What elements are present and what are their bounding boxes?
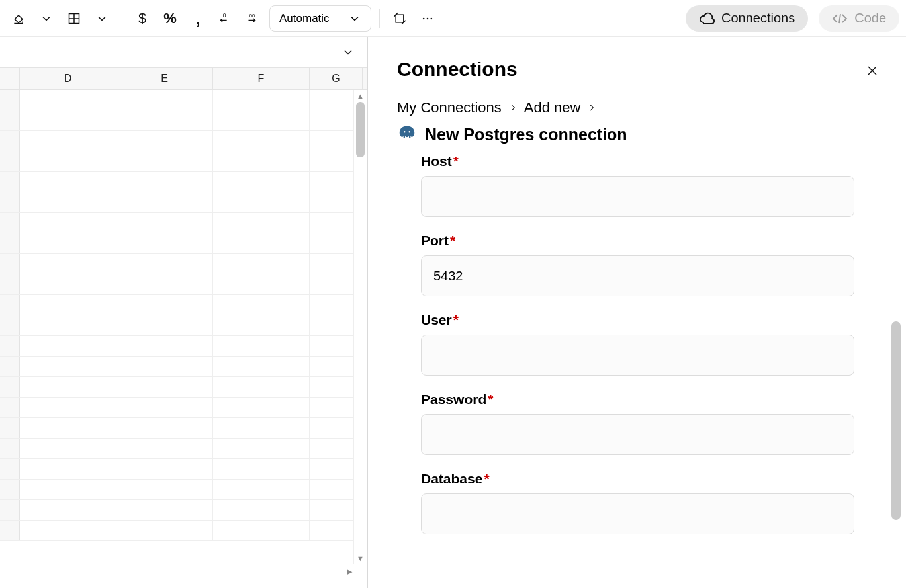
borders-dropdown[interactable] xyxy=(90,7,114,30)
host-label: Host* xyxy=(421,153,877,169)
panel-scroll-thumb[interactable] xyxy=(891,321,901,520)
database-label: Database* xyxy=(421,471,877,487)
port-input[interactable] xyxy=(421,255,854,296)
connection-heading: New Postgres connection xyxy=(397,124,877,144)
insert-chart-button[interactable] xyxy=(388,7,412,30)
sheet-vertical-scrollbar[interactable]: ▲ ▼ xyxy=(353,90,367,564)
chevron-down-icon xyxy=(348,12,361,25)
field-port: Port* xyxy=(421,233,877,296)
svg-point-11 xyxy=(430,17,432,19)
table-row[interactable] xyxy=(0,459,367,480)
table-row[interactable] xyxy=(0,274,367,295)
breadcrumb-root[interactable]: My Connections xyxy=(397,99,502,116)
chevron-right-icon xyxy=(508,103,518,112)
field-host: Host* xyxy=(421,153,877,217)
scroll-thumb[interactable] xyxy=(356,102,365,157)
table-row[interactable] xyxy=(0,336,367,357)
table-row[interactable] xyxy=(0,233,367,254)
table-row[interactable] xyxy=(0,110,367,131)
table-row[interactable] xyxy=(0,213,367,233)
number-format-select[interactable]: Automatic xyxy=(269,5,371,32)
code-label: Code xyxy=(854,11,886,26)
table-row[interactable] xyxy=(0,151,367,172)
chevron-down-icon xyxy=(341,46,355,59)
svg-point-17 xyxy=(404,131,406,133)
decrease-decimals-button[interactable]: .0 xyxy=(214,7,238,30)
toolbar-separator xyxy=(122,9,122,28)
table-row[interactable] xyxy=(0,357,367,377)
table-row[interactable] xyxy=(0,254,367,274)
database-input[interactable] xyxy=(421,493,854,534)
table-row[interactable] xyxy=(0,172,367,192)
table-row[interactable] xyxy=(0,131,367,151)
table-row[interactable] xyxy=(0,439,367,459)
decrease-decimal-icon: .0 xyxy=(219,12,232,25)
postgres-icon xyxy=(397,124,417,144)
svg-point-10 xyxy=(426,17,428,19)
sheet-horizontal-scrollbar[interactable]: ▶ xyxy=(0,566,353,579)
table-row[interactable] xyxy=(0,521,367,541)
table-expand-icon xyxy=(393,12,406,25)
table-row[interactable] xyxy=(0,90,367,110)
table-row[interactable] xyxy=(0,315,367,336)
connection-form: Host* Port* User* Password* Database* xyxy=(421,153,877,534)
svg-text:.00: .00 xyxy=(248,13,255,19)
breadcrumb: My Connections Add new xyxy=(397,99,877,116)
percent-icon: % xyxy=(163,10,177,27)
paint-bucket-icon xyxy=(12,12,25,25)
table-row[interactable] xyxy=(0,295,367,315)
panel-close-button[interactable] xyxy=(862,61,882,81)
toolbar-right: Connections Code xyxy=(686,5,899,32)
scroll-right-arrow-icon[interactable]: ▶ xyxy=(347,567,352,576)
connections-button[interactable]: Connections xyxy=(686,5,808,32)
increase-decimals-button[interactable]: .00 xyxy=(242,7,265,30)
connections-label: Connections xyxy=(721,11,795,26)
number-format-value: Automatic xyxy=(279,12,330,25)
svg-point-9 xyxy=(422,17,424,19)
comma-icon: , xyxy=(195,15,200,22)
table-row[interactable] xyxy=(0,398,367,418)
fill-color-button[interactable] xyxy=(7,7,30,30)
host-input[interactable] xyxy=(421,176,854,217)
field-password: Password* xyxy=(421,392,877,455)
ellipsis-icon xyxy=(421,12,434,25)
scroll-down-arrow-icon[interactable]: ▼ xyxy=(354,552,367,564)
spreadsheet[interactable]: D E F G ▲ ▼ ▶ xyxy=(0,37,368,588)
column-header[interactable]: F xyxy=(213,68,310,89)
increase-decimal-icon: .00 xyxy=(247,12,260,25)
svg-point-18 xyxy=(409,131,411,133)
svg-rect-8 xyxy=(396,15,404,22)
svg-text:.0: .0 xyxy=(221,12,226,19)
user-label: User* xyxy=(421,312,877,328)
table-row[interactable] xyxy=(0,377,367,398)
close-icon xyxy=(866,63,878,79)
currency-button[interactable]: $ xyxy=(130,7,154,30)
dollar-icon: $ xyxy=(138,10,146,27)
connections-panel: Connections My Connections Add new New P… xyxy=(368,37,906,588)
borders-button[interactable] xyxy=(62,7,86,30)
field-user: User* xyxy=(421,312,877,376)
borders-icon xyxy=(68,12,81,25)
field-database: Database* xyxy=(421,471,877,534)
breadcrumb-step[interactable]: Add new xyxy=(524,99,581,116)
percent-button[interactable]: % xyxy=(158,7,182,30)
password-input[interactable] xyxy=(421,414,854,455)
toolbar: $ % , .0 .00 Automatic xyxy=(0,0,906,37)
fill-color-dropdown[interactable] xyxy=(34,7,58,30)
column-header[interactable]: D xyxy=(20,68,116,89)
toolbar-more-button[interactable] xyxy=(416,7,439,30)
toolbar-separator xyxy=(379,9,380,28)
table-row[interactable] xyxy=(0,192,367,213)
table-row[interactable] xyxy=(0,418,367,439)
table-row[interactable] xyxy=(0,480,367,500)
thousands-sep-button[interactable]: , xyxy=(186,7,210,30)
formula-bar-expand-button[interactable] xyxy=(339,43,357,62)
table-row[interactable] xyxy=(0,500,367,521)
connection-heading-text: New Postgres connection xyxy=(425,125,627,144)
cell-grid[interactable] xyxy=(0,90,367,546)
column-header[interactable]: E xyxy=(116,68,213,89)
code-button[interactable]: Code xyxy=(819,5,899,32)
user-input[interactable] xyxy=(421,335,854,376)
column-header[interactable]: G xyxy=(310,68,363,89)
scroll-up-arrow-icon[interactable]: ▲ xyxy=(354,90,367,102)
